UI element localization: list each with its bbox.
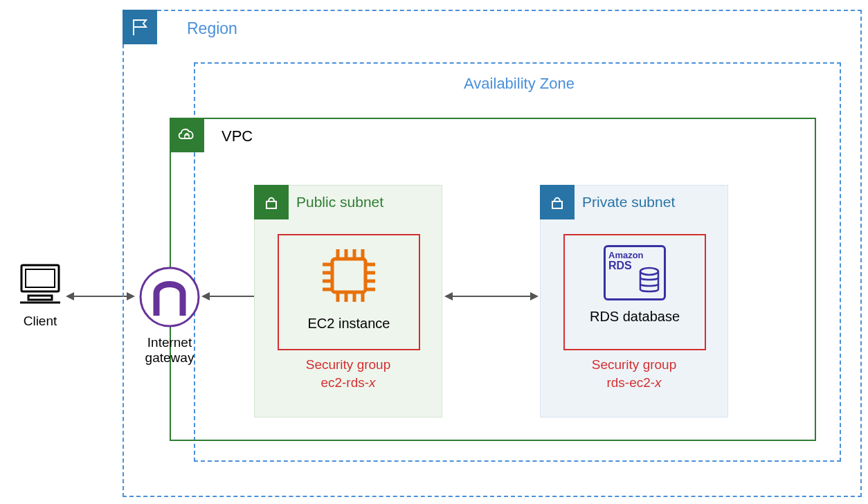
rds-icon: Amazon RDS [604,245,666,300]
public-sg-label1: Security group [255,357,442,372]
region-label: Region [187,19,237,38]
desktop-icon [16,260,64,308]
svg-rect-10 [332,259,365,292]
private-sg-label1: Security group [541,357,727,372]
public-sg-prefix: ec2-rds- [320,375,369,390]
cpu-chip-icon [316,242,382,309]
public-sg-label2: ec2-rds-x [255,375,442,390]
svg-rect-2 [28,296,52,300]
svg-rect-1 [26,269,55,287]
client-label: Client [12,314,68,329]
cloud-lock-icon [175,123,199,147]
svg-point-29 [640,268,658,275]
client-node: Client [12,260,68,329]
private-subnet-label: Private subnet [582,194,675,210]
ec2-label: EC2 instance [279,316,419,332]
public-sg-suffix: x [369,375,376,390]
svg-rect-6 [185,135,189,138]
region-icon-box [123,10,157,44]
rds-text-top: Amazon [608,251,661,260]
svg-point-7 [141,268,199,326]
flag-icon [129,17,150,37]
lock-icon [548,193,566,211]
igw-label2: gateway [137,350,202,366]
igw-node: Internet gateway [137,264,202,366]
igw-label1: Internet [137,335,202,350]
rds-label: RDS database [565,309,705,325]
svg-rect-9 [266,201,276,208]
private-sg-box: Amazon RDS RDS database [563,234,706,350]
private-sg-prefix: rds-ec2- [606,375,655,390]
public-subnet-box: Public subnet EC2 instance Security grou… [254,185,442,417]
arrow-subnets [443,289,540,303]
az-label: Availability Zone [415,75,623,93]
private-sg-label2: rds-ec2-x [541,375,727,390]
vpc-label: VPC [221,127,253,145]
public-subnet-icon-box [254,185,289,219]
private-subnet-icon-box [540,185,575,219]
private-sg-suffix: x [655,375,662,390]
gateway-arch-icon [137,264,202,330]
public-subnet-label: Public subnet [296,194,383,210]
svg-rect-28 [552,201,562,208]
lock-icon [262,193,280,211]
database-cylinder-icon [638,267,661,296]
public-sg-box: EC2 instance [278,234,420,350]
vpc-icon-box [170,118,204,152]
private-subnet-box: Private subnet Amazon RDS RDS database S… [540,185,728,417]
